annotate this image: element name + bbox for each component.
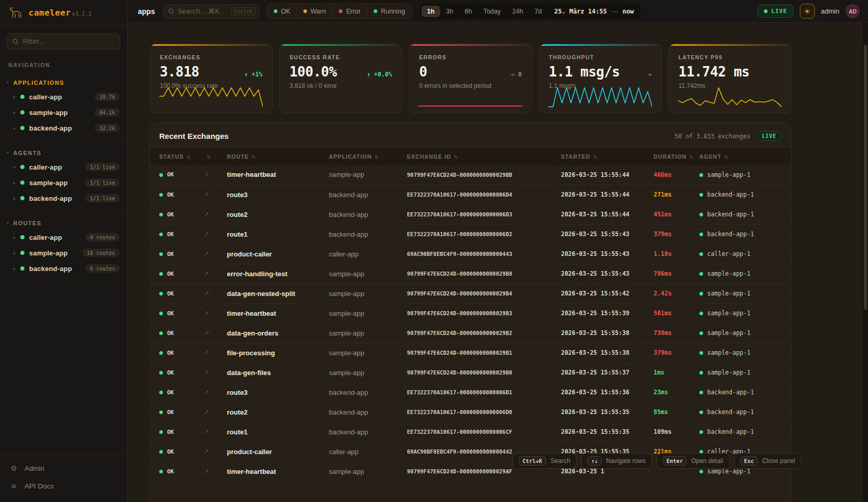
open-exchange-icon[interactable]: ↗	[204, 290, 209, 297]
time-range-7d[interactable]: 7d	[529, 6, 547, 17]
sidebar-link-admin[interactable]: ⚙Admin	[0, 459, 127, 477]
open-exchange-icon[interactable]: ↗	[204, 211, 209, 218]
item-badge: 1/1 live	[85, 163, 120, 171]
theme-toggle-button[interactable]: ☀	[800, 4, 815, 19]
sidebar-item-applications-backend-app[interactable]: ▸backend-app32.2k	[0, 120, 127, 136]
open-exchange-icon[interactable]: ↗	[204, 428, 209, 435]
column-header-agent[interactable]: AGENT⇅	[693, 148, 792, 165]
open-exchange-icon[interactable]: ↗	[204, 329, 209, 337]
sort-icon[interactable]: ⇅	[375, 155, 379, 160]
section-header-agents[interactable]: ▾AGENTS	[0, 146, 127, 159]
table-row[interactable]: OK↗route3backend-appEE7322370A10617-0000…	[150, 185, 792, 204]
sort-icon[interactable]: ⇅	[207, 155, 211, 160]
status-filter-error[interactable]: Error	[333, 4, 367, 18]
sidebar-item-agents-caller-app[interactable]: ▸caller-app1/1 live	[0, 159, 127, 175]
table-row[interactable]: OK↗product-callercaller-app69AC90BF8EBC4…	[150, 244, 792, 264]
live-status-badge[interactable]: LIVE	[758, 5, 794, 18]
time-range-3h[interactable]: 3h	[440, 6, 459, 17]
sidebar-filter-input[interactable]	[23, 37, 114, 45]
open-exchange-icon[interactable]: ↗	[204, 191, 209, 198]
open-exchange-icon[interactable]: ↗	[204, 310, 209, 317]
time-range-24h[interactable]: 24h	[506, 6, 529, 17]
open-exchange-icon[interactable]: ↗	[204, 250, 209, 258]
open-exchange-icon[interactable]: ↗	[204, 171, 209, 178]
search-input[interactable]	[178, 7, 228, 15]
time-range-6h[interactable]: 6h	[459, 6, 478, 17]
table-row[interactable]: OK↗timer-heartbeatsample-app90799F47E6CD…	[150, 303, 792, 323]
column-header-status[interactable]: STATUS⇅	[150, 148, 198, 165]
section-header-routes[interactable]: ▾ROUTES	[0, 216, 127, 229]
open-exchange-icon[interactable]: ↗	[204, 270, 209, 277]
sort-icon[interactable]: ⇅	[689, 155, 694, 160]
exchange-id: 90799F47E6CD24D-00000000000029B0	[401, 363, 555, 382]
table-row[interactable]: OK↗route2backend-appEE7322370A10617-0000…	[150, 204, 792, 224]
open-exchange-icon[interactable]: ↗	[204, 448, 209, 455]
sidebar-item-agents-backend-app[interactable]: ▸backend-app1/1 live	[0, 190, 127, 206]
health-dot	[20, 110, 24, 114]
open-exchange-icon[interactable]: ↗	[204, 230, 209, 238]
column-header-route[interactable]: ROUTE⇅	[221, 148, 323, 165]
section-header-applications[interactable]: ▾APPLICATIONS	[0, 75, 127, 89]
sort-icon[interactable]: ⇅	[724, 155, 729, 160]
time-range-today[interactable]: Today	[478, 6, 506, 17]
column-header-duration[interactable]: DURATION⇅	[647, 148, 693, 165]
sidebar-item-applications-sample-app[interactable]: ▸sample-app84.1k	[0, 105, 127, 120]
item-badge: 84.1k	[95, 108, 120, 117]
application-name: backend-app	[323, 204, 401, 224]
table-row[interactable]: OK↗route3backend-appEE7322370A10617-0000…	[150, 382, 792, 402]
open-exchange-icon[interactable]: ↗	[204, 468, 209, 475]
column-header-started[interactable]: STARTED⇅	[555, 148, 647, 165]
sidebar-item-applications-caller-app[interactable]: ▸caller-app10.7k	[0, 89, 127, 105]
status-filter-ok[interactable]: OK	[267, 4, 297, 18]
chevron-right-icon: ▸	[14, 266, 16, 271]
scrollbar[interactable]	[863, 23, 868, 502]
item-label: sample-app	[29, 109, 68, 117]
application-name: backend-app	[323, 382, 401, 402]
footer-label: Admin	[24, 465, 44, 472]
column-header-exchange-id[interactable]: EXCHANGE ID⇅	[401, 148, 555, 165]
sort-icon[interactable]: ⇅	[186, 155, 191, 160]
health-dot	[20, 165, 24, 169]
card-value: 3.818	[160, 64, 199, 80]
time-range-end[interactable]: now	[622, 8, 634, 15]
scrollbar-thumb[interactable]	[864, 45, 867, 310]
column-header-link[interactable]: ⇅	[198, 148, 221, 165]
open-exchange-icon[interactable]: ↗	[204, 408, 209, 416]
column-header-application[interactable]: APPLICATION⇅	[323, 148, 401, 165]
open-exchange-icon[interactable]: ↗	[204, 389, 209, 396]
time-range-start[interactable]: 25. März 14:55	[554, 8, 607, 15]
card-accent-bar	[150, 44, 272, 46]
sidebar-link-api-docs[interactable]: ≡API Docs	[0, 477, 127, 495]
sort-icon[interactable]: ⇅	[593, 155, 598, 160]
global-search[interactable]: Ctrl+K	[163, 4, 260, 19]
table-row[interactable]: OK↗route1backend-appEE7322370A10617-0000…	[150, 422, 792, 442]
table-row[interactable]: OK↗timer-heartbeatsample-app90799F47E6CD…	[150, 165, 792, 185]
table-row[interactable]: OK↗data-gen-nested-splitsample-app90799F…	[150, 284, 792, 303]
table-row[interactable]: OK↗data-gen-orderssample-app90799F47E6CD…	[150, 323, 792, 343]
status-ok-dot	[159, 371, 163, 375]
gear-icon: ⚙	[10, 464, 18, 472]
status-filter-running[interactable]: Running	[367, 4, 412, 18]
chevron-right-icon: ▸	[14, 165, 16, 170]
time-range-1h[interactable]: 1h	[422, 6, 441, 17]
sidebar-item-routes-sample-app[interactable]: ▸sample-app16 routes	[0, 245, 127, 261]
open-exchange-icon[interactable]: ↗	[204, 369, 209, 376]
sort-icon[interactable]: ⇅	[251, 155, 256, 160]
sidebar-filter[interactable]	[7, 33, 120, 49]
agent-health-dot	[699, 410, 703, 414]
shortcut-open-detail: EnterOpen detail	[657, 453, 730, 469]
sort-icon[interactable]: ⇅	[454, 155, 458, 160]
sidebar-item-agents-sample-app[interactable]: ▸sample-app1/1 live	[0, 175, 127, 190]
sidebar-item-routes-backend-app[interactable]: ▸backend-app6 routes	[0, 261, 127, 276]
open-exchange-icon[interactable]: ↗	[204, 349, 209, 356]
status-filter-warn[interactable]: Warn	[297, 4, 333, 18]
table-row[interactable]: OK↗data-gen-filessample-app90799F47E6CD2…	[150, 363, 792, 382]
app-version: v3.2.1	[72, 10, 92, 17]
avatar[interactable]: AD	[846, 4, 860, 18]
table-row[interactable]: OK↗route1backend-appEE7322370A10617-0000…	[150, 224, 792, 244]
table-row[interactable]: OK↗route2backend-appEE7322370A10617-0000…	[150, 402, 792, 422]
sidebar-item-routes-caller-app[interactable]: ▸caller-app4 routes	[0, 229, 127, 245]
table-row[interactable]: OK↗file-processingsample-app90799F47E6CD…	[150, 343, 792, 363]
table-row[interactable]: OK↗error-handling-testsample-app90799F47…	[150, 264, 792, 284]
section-title: ROUTES	[14, 220, 42, 226]
